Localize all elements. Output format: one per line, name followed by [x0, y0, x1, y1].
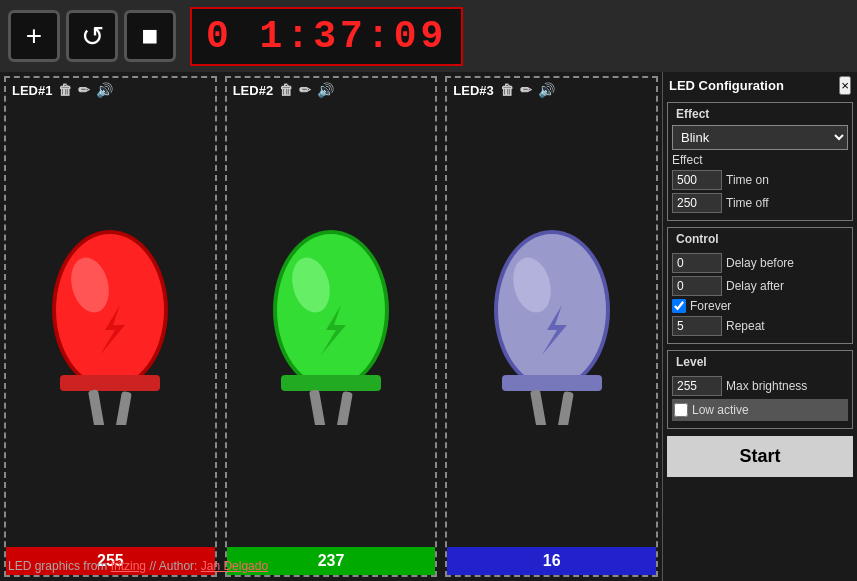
effect-section: Effect Blink Fade Solid Off Effect Time … — [667, 102, 853, 221]
add-button[interactable]: + — [8, 10, 60, 62]
stop-button[interactable]: ■ — [124, 10, 176, 62]
max-brightness-input[interactable] — [672, 376, 722, 396]
led1-delete-icon[interactable]: 🗑 — [58, 82, 72, 98]
effect-section-title: Effect — [672, 107, 713, 121]
led2-body — [227, 102, 436, 547]
main-area: LED#1 🗑 ✏ 🔊 — [0, 72, 857, 581]
config-title: LED Configuration × — [663, 72, 857, 99]
config-title-label: LED Configuration — [669, 78, 784, 93]
led3-delete-icon[interactable]: 🗑 — [500, 82, 514, 98]
level-section-title: Level — [672, 355, 711, 369]
footer-author-text: // Author: — [146, 559, 201, 573]
led2-edit-icon[interactable]: ✏ — [299, 82, 311, 98]
effect-select[interactable]: Blink Fade Solid Off — [672, 125, 848, 150]
low-active-label: Low active — [692, 403, 749, 417]
time-on-row: Time on — [672, 170, 848, 190]
time-off-row: Time off — [672, 193, 848, 213]
led3-value: 16 — [447, 547, 656, 575]
led1-label: LED#1 — [12, 83, 52, 98]
svg-rect-18 — [530, 389, 547, 425]
forever-checkbox[interactable] — [672, 299, 686, 313]
timer-display: 0 1:37:09 — [190, 7, 463, 66]
svg-rect-10 — [281, 375, 381, 391]
control-section: Control Delay before Delay after Forever… — [667, 227, 853, 344]
led-panel-3: LED#3 🗑 ✏ 🔊 16 — [445, 76, 658, 577]
control-section-title: Control — [672, 232, 723, 246]
led3-label: LED#3 — [453, 83, 493, 98]
footer-text: LED graphics from — [8, 559, 111, 573]
config-close-button[interactable]: × — [839, 76, 851, 95]
level-section: Level Max brightness Low active — [667, 350, 853, 429]
repeat-label: Repeat — [726, 319, 765, 333]
svg-point-1 — [56, 234, 164, 386]
led-area: LED#1 🗑 ✏ 🔊 — [0, 72, 662, 581]
svg-point-15 — [498, 234, 606, 386]
led1-body — [6, 102, 215, 547]
led1-edit-icon[interactable]: ✏ — [78, 82, 90, 98]
svg-rect-11 — [309, 389, 326, 425]
led-panel-2: LED#2 🗑 ✏ 🔊 237 — [225, 76, 438, 577]
led2-graphic — [261, 225, 401, 425]
delay-after-row: Delay after — [672, 276, 848, 296]
start-button[interactable]: Start — [667, 436, 853, 477]
delay-after-input[interactable] — [672, 276, 722, 296]
max-brightness-label: Max brightness — [726, 379, 807, 393]
led1-sound-icon[interactable]: 🔊 — [96, 82, 113, 98]
time-off-input[interactable] — [672, 193, 722, 213]
delay-before-input[interactable] — [672, 253, 722, 273]
time-on-input[interactable] — [672, 170, 722, 190]
led3-graphic — [482, 225, 622, 425]
led2-label: LED#2 — [233, 83, 273, 98]
svg-rect-12 — [336, 391, 353, 425]
led1-graphic — [40, 225, 180, 425]
led2-delete-icon[interactable]: 🗑 — [279, 82, 293, 98]
toolbar: + ↺ ■ 0 1:37:09 — [0, 0, 857, 72]
max-brightness-row: Max brightness — [672, 376, 848, 396]
svg-rect-5 — [115, 391, 132, 425]
repeat-input[interactable] — [672, 316, 722, 336]
delay-before-label: Delay before — [726, 256, 794, 270]
led-panel-1: LED#1 🗑 ✏ 🔊 — [4, 76, 217, 577]
svg-rect-3 — [60, 375, 160, 391]
low-active-checkbox[interactable] — [674, 403, 688, 417]
footer: LED graphics from fritzing // Author: Ja… — [8, 559, 268, 573]
led2-sound-icon[interactable]: 🔊 — [317, 82, 334, 98]
led3-sound-icon[interactable]: 🔊 — [538, 82, 555, 98]
fritzing-link[interactable]: fritzing — [111, 559, 146, 573]
effect-label: Effect — [672, 153, 702, 167]
author-link[interactable]: Jan Delgado — [201, 559, 268, 573]
low-active-row: Low active — [672, 399, 848, 421]
undo-button[interactable]: ↺ — [66, 10, 118, 62]
led3-edit-icon[interactable]: ✏ — [520, 82, 532, 98]
time-off-label: Time off — [726, 196, 769, 210]
led2-header: LED#2 🗑 ✏ 🔊 — [227, 78, 436, 102]
time-on-label: Time on — [726, 173, 769, 187]
svg-rect-17 — [502, 375, 602, 391]
delay-before-row: Delay before — [672, 253, 848, 273]
svg-rect-4 — [88, 389, 105, 425]
svg-point-8 — [277, 234, 385, 386]
forever-label: Forever — [690, 299, 731, 313]
led3-header: LED#3 🗑 ✏ 🔊 — [447, 78, 656, 102]
delay-after-label: Delay after — [726, 279, 784, 293]
led1-header: LED#1 🗑 ✏ 🔊 — [6, 78, 215, 102]
svg-rect-19 — [557, 391, 574, 425]
repeat-row: Repeat — [672, 316, 848, 336]
forever-row: Forever — [672, 299, 848, 313]
led3-body — [447, 102, 656, 547]
effect-label-row: Effect — [672, 153, 848, 167]
config-panel: LED Configuration × Effect Blink Fade So… — [662, 72, 857, 581]
